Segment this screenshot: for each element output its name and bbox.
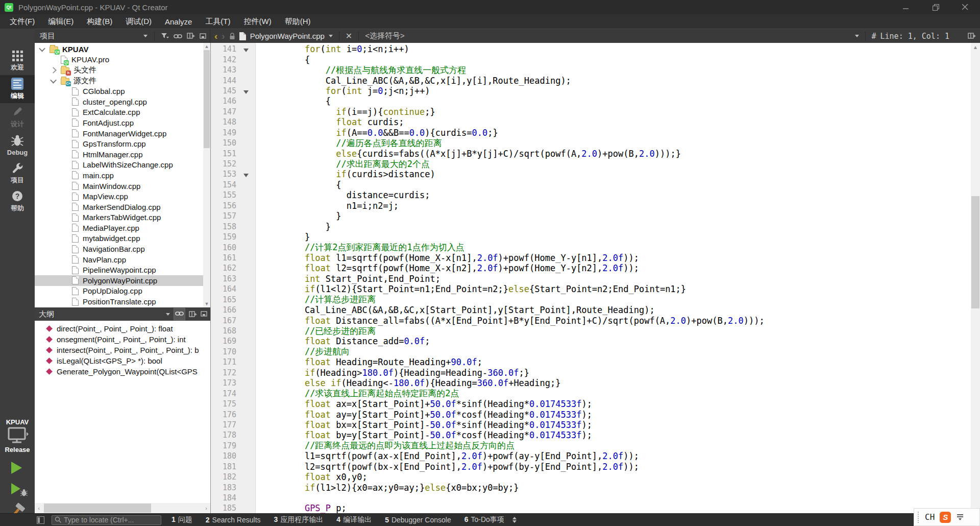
tree-item[interactable]: MarkersTabWidget.cpp bbox=[35, 212, 203, 223]
ime-language-indicator[interactable]: CH bbox=[925, 512, 935, 522]
document-dropdown-icon[interactable] bbox=[329, 35, 333, 37]
output-pane-arrows-icon[interactable] bbox=[512, 517, 517, 523]
ime-menu-icon[interactable] bbox=[957, 514, 963, 520]
kit-selector[interactable] bbox=[0, 427, 35, 444]
menu-item[interactable]: 帮助(H) bbox=[278, 14, 317, 29]
restore-button[interactable] bbox=[921, 0, 950, 14]
code-area[interactable]: 141 for(int i=0;i<n;i++)142 {143 //根据点与航… bbox=[211, 44, 971, 513]
symbol-selector[interactable]: <选择符号> bbox=[365, 31, 405, 41]
scroll-down-icon[interactable]: ▼ bbox=[203, 300, 210, 307]
tree-item[interactable]: PositionTranslate.cpp bbox=[35, 296, 203, 307]
open-document-name[interactable]: PolygonWayPoint.cpp bbox=[250, 32, 325, 40]
ime-drag-handle[interactable] bbox=[918, 512, 920, 523]
close-panel-icon[interactable] bbox=[201, 311, 208, 317]
code-line[interactable]: 161 float l1=sqrtf(powf(Home_X-x[n1],2.0… bbox=[211, 253, 971, 263]
scroll-up-icon[interactable]: ▲ bbox=[971, 43, 980, 51]
tree-item[interactable]: cluster_opengl.cpp bbox=[35, 97, 203, 107]
tree-item[interactable]: HtmlManager.cpp bbox=[35, 149, 203, 160]
code-line[interactable]: 157 } bbox=[211, 211, 971, 221]
tree-item[interactable]: MarkerSendDialog.cpp bbox=[35, 202, 203, 212]
code-line[interactable]: 183 if(l1>l2){x0=ax;y0=ay;}else{x0=bx;y0… bbox=[211, 482, 971, 492]
outline-dropdown-icon[interactable] bbox=[855, 35, 859, 37]
code-line[interactable]: 164 if(l1<l2){Start_Point=n1;End_Point=n… bbox=[211, 284, 971, 294]
code-line[interactable]: 149 if(A==0.0&&B==0.0){curdis=0.0;} bbox=[211, 128, 971, 138]
fold-region[interactable] bbox=[236, 169, 256, 179]
menu-item[interactable]: 控件(W) bbox=[237, 14, 278, 29]
code-line[interactable]: 181 l2=sqrtf(powf(bx-x[End_Point],2.0f)+… bbox=[211, 462, 971, 472]
go-back-icon[interactable]: ‹ bbox=[214, 31, 217, 41]
menu-item[interactable]: 构建(B) bbox=[80, 14, 119, 29]
output-pane-button-6[interactable]: 6To-Do事项 bbox=[464, 515, 504, 524]
outline-item[interactable]: Generate_Polygon_Waypoint(QList<GPS bbox=[35, 366, 210, 377]
tree-item[interactable]: MapView.cpp bbox=[35, 191, 203, 202]
code-line[interactable]: 148 float curdis; bbox=[211, 117, 971, 127]
code-line[interactable]: 173 else if(Heading<-180.0f){Heading=360… bbox=[211, 378, 971, 388]
fold-region[interactable] bbox=[236, 86, 256, 96]
code-line[interactable]: 167 float Distance_all=fabs((A*x[End_Poi… bbox=[211, 315, 971, 325]
menu-item[interactable]: 文件(F) bbox=[3, 14, 41, 29]
split-editor-icon[interactable] bbox=[968, 33, 976, 39]
code-line[interactable]: 180 l1=sqrtf(powf(ax-x[End_Point],2.0f)+… bbox=[211, 451, 971, 461]
output-pane-button-3[interactable]: 3应用程序输出 bbox=[274, 515, 324, 524]
code-line[interactable]: 160 //计算2点到家距离最近的1点作为切入点 bbox=[211, 242, 971, 252]
code-line[interactable]: 179 //距离终点最远的点即为该直线上过起始点反方向的点 bbox=[211, 441, 971, 451]
fold-chevron-icon[interactable] bbox=[243, 49, 249, 52]
code-line[interactable]: 144 Cal_Line_ABC(&A,&B,&C,x[i],y[i],Rout… bbox=[211, 75, 971, 85]
code-line[interactable]: 170 //步进航向 bbox=[211, 347, 971, 357]
code-line[interactable]: 169 float Distance_add=0.0f; bbox=[211, 336, 971, 346]
mode-welcome[interactable]: 欢迎 bbox=[0, 47, 35, 75]
code-line[interactable]: 159 } bbox=[211, 232, 971, 242]
locator-input[interactable]: Type to locate (Ctrl+... bbox=[52, 515, 161, 525]
scroll-up-icon[interactable]: ▲ bbox=[203, 43, 210, 50]
outline-item[interactable]: direct(Point_, Point_, Point_): float bbox=[35, 323, 210, 334]
close-panel-icon[interactable] bbox=[200, 33, 207, 39]
split-panel-icon[interactable] bbox=[189, 311, 197, 318]
tree-item[interactable]: FontAdjust.cpp bbox=[35, 117, 203, 128]
code-line[interactable]: 165 //计算总步进距离 bbox=[211, 295, 971, 305]
tree-item[interactable]: GpsTransform.cpp bbox=[35, 138, 203, 149]
code-line[interactable]: 147 if(i==j){continue;} bbox=[211, 107, 971, 117]
tree-item[interactable]: mytabwidget.cpp bbox=[35, 233, 203, 244]
code-line[interactable]: 143 //根据点与航线角求直线一般式方程 bbox=[211, 65, 971, 75]
panel-selector-dropdown-icon[interactable] bbox=[166, 313, 170, 316]
code-line[interactable]: 142 { bbox=[211, 54, 971, 64]
code-line[interactable]: 145 for(int j=0;j<n;j++) bbox=[211, 86, 971, 96]
tree-item[interactable]: NavPlan.cpp bbox=[35, 254, 203, 265]
fold-region[interactable] bbox=[236, 44, 256, 54]
minimize-button[interactable] bbox=[891, 0, 921, 14]
code-line[interactable]: 168 //已经步进的距离 bbox=[211, 326, 971, 336]
tree-item[interactable]: QtKPUAV.pro bbox=[35, 55, 203, 65]
scrollbar-thumb[interactable] bbox=[971, 196, 979, 308]
split-panel-icon[interactable] bbox=[187, 33, 195, 39]
sync-with-editor-icon[interactable] bbox=[174, 308, 185, 320]
expander-open-icon[interactable] bbox=[39, 45, 45, 52]
code-line[interactable]: 174 //求该直线上距离起始点特定距离的2点 bbox=[211, 388, 971, 398]
code-line[interactable]: 185 GPS_P p; bbox=[211, 503, 971, 513]
filter-icon[interactable] bbox=[161, 33, 169, 40]
code-line[interactable]: 153 if(curdis>distance) bbox=[211, 169, 971, 179]
editor-scrollbar[interactable]: ▲ ▼ bbox=[971, 43, 980, 513]
tree-item[interactable]: PipelineWaypoint.cpp bbox=[35, 265, 203, 275]
scroll-right-icon[interactable]: › bbox=[202, 503, 210, 513]
scrollbar-thumb[interactable] bbox=[204, 50, 210, 148]
menu-item[interactable]: Analyze bbox=[158, 14, 199, 29]
scrollbar-thumb[interactable] bbox=[44, 504, 151, 513]
fold-chevron-icon[interactable] bbox=[243, 174, 249, 177]
outline-item[interactable]: intersect(Point_, Point_, Point_, Point_… bbox=[35, 345, 210, 355]
code-line[interactable]: 184 bbox=[211, 493, 971, 503]
tree-item[interactable]: LabelWithSizeChange.cpp bbox=[35, 160, 203, 171]
output-pane-button-4[interactable]: 4编译输出 bbox=[336, 515, 372, 524]
fold-chevron-icon[interactable] bbox=[243, 90, 249, 94]
code-line[interactable]: 177 float bx=x[Start_Point]-50.0f*sinf(H… bbox=[211, 420, 971, 430]
outline-horizontal-scrollbar[interactable]: ‹ › bbox=[35, 503, 210, 513]
code-line[interactable]: 146 { bbox=[211, 96, 971, 106]
close-document-icon[interactable]: ✕ bbox=[346, 31, 352, 41]
menu-item[interactable]: 工具(T) bbox=[199, 14, 237, 29]
tree-item[interactable]: C+源文件 bbox=[35, 76, 203, 86]
tree-item[interactable]: MainWindow.cpp bbox=[35, 181, 203, 192]
tree-item[interactable]: ExtCalculate.cpp bbox=[35, 107, 203, 118]
outline-item[interactable]: onsegment(Point_, Point_, Point_): int bbox=[35, 334, 210, 345]
close-button[interactable] bbox=[950, 0, 980, 14]
panel-selector-dropdown-icon[interactable] bbox=[143, 35, 148, 37]
scroll-left-icon[interactable]: ‹ bbox=[35, 503, 43, 513]
